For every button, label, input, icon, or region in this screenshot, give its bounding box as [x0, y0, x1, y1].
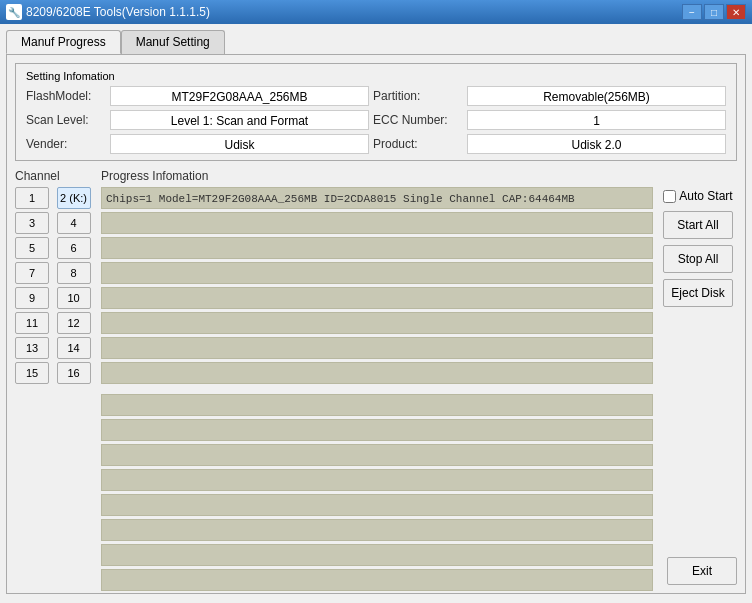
scan-level-value: Level 1: Scan and Format — [110, 110, 369, 130]
progress-row-8 — [101, 362, 653, 384]
exit-button[interactable]: Exit — [667, 557, 737, 585]
progress-panel: Progress Infomation Chips=1 Model=MT29F2… — [101, 169, 653, 559]
progress-row-3 — [101, 237, 653, 259]
channel-label: Channel — [15, 169, 95, 183]
channel-btn-15[interactable]: 15 — [15, 362, 49, 384]
channel-btn-12[interactable]: 12 — [57, 312, 91, 334]
vender-label: Vender: — [26, 137, 106, 151]
progress-row-4 — [101, 262, 653, 284]
flash-model-value: MT29F2G08AAA_256MB — [110, 86, 369, 106]
channel-btn-9[interactable]: 9 — [15, 287, 49, 309]
tab-content: Setting Infomation FlashModel: MT29F2G08… — [6, 54, 746, 594]
maximize-button[interactable]: □ — [704, 4, 724, 20]
progress-row-14 — [101, 519, 653, 541]
progress-row-7 — [101, 337, 653, 359]
channel-btn-16[interactable]: 16 — [57, 362, 91, 384]
progress-row-10 — [101, 419, 653, 441]
auto-start-label: Auto Start — [679, 189, 732, 203]
progress-row-9 — [101, 394, 653, 416]
channel-btn-3[interactable]: 3 — [15, 212, 49, 234]
app-icon: 🔧 — [6, 4, 22, 20]
close-button[interactable]: ✕ — [726, 4, 746, 20]
info-grid: FlashModel: MT29F2G08AAA_256MB Partition… — [26, 86, 726, 154]
eject-disk-button[interactable]: Eject Disk — [663, 279, 733, 307]
progress-row-13 — [101, 494, 653, 516]
product-value: Udisk 2.0 — [467, 134, 726, 154]
tab-manuf-setting[interactable]: Manuf Setting — [121, 30, 225, 54]
stop-all-button[interactable]: Stop All — [663, 245, 733, 273]
partition-label: Partition: — [373, 89, 463, 103]
progress-row-15 — [101, 544, 653, 566]
start-all-button[interactable]: Start All — [663, 211, 733, 239]
channel-btn-14[interactable]: 14 — [57, 337, 91, 359]
ecc-number-label: ECC Number: — [373, 113, 463, 127]
channel-panel: Channel 12 (K:)345678910111213141516 — [15, 169, 95, 559]
progress-label: Progress Infomation — [101, 169, 653, 183]
right-panel: Auto Start Start All Stop All Eject Disk — [659, 169, 737, 559]
progress-row-12 — [101, 469, 653, 491]
progress-row-5 — [101, 287, 653, 309]
channel-btn-8[interactable]: 8 — [57, 262, 91, 284]
progress-row-16 — [101, 569, 653, 591]
title-bar-left: 🔧 8209/6208E Tools(Version 1.1.1.5) — [6, 4, 210, 20]
progress-row-6 — [101, 312, 653, 334]
minimize-button[interactable]: − — [682, 4, 702, 20]
channel-btn-13[interactable]: 13 — [15, 337, 49, 359]
channel-btn-7[interactable]: 7 — [15, 262, 49, 284]
product-label: Product: — [373, 137, 463, 151]
channel-btn-11[interactable]: 11 — [15, 312, 49, 334]
window-title: 8209/6208E Tools(Version 1.1.1.5) — [26, 5, 210, 19]
progress-row-2 — [101, 212, 653, 234]
tab-manuf-progress[interactable]: Manuf Progress — [6, 30, 121, 54]
channel-btn-2[interactable]: 2 (K:) — [57, 187, 91, 209]
window-controls: − □ ✕ — [682, 4, 746, 20]
progress-row-1: Chips=1 Model=MT29F2G08AAA_256MB ID=2CDA… — [101, 187, 653, 209]
channel-btn-6[interactable]: 6 — [57, 237, 91, 259]
channel-buttons: 12 (K:)345678910111213141516 — [15, 187, 95, 384]
bottom-bar: Exit — [667, 557, 737, 585]
tab-bar: Manuf Progress Manuf Setting — [6, 30, 746, 54]
vender-value: Udisk — [110, 134, 369, 154]
partition-value: Removable(256MB) — [467, 86, 726, 106]
setting-info-title: Setting Infomation — [26, 70, 726, 82]
title-bar: 🔧 8209/6208E Tools(Version 1.1.1.5) − □ … — [0, 0, 752, 24]
auto-start-checkbox[interactable] — [663, 190, 676, 203]
auto-start-row: Auto Start — [663, 189, 732, 203]
channel-btn-4[interactable]: 4 — [57, 212, 91, 234]
progress-rows: Chips=1 Model=MT29F2G08AAA_256MB ID=2CDA… — [101, 187, 653, 591]
ecc-number-value: 1 — [467, 110, 726, 130]
channel-btn-10[interactable]: 10 — [57, 287, 91, 309]
flash-model-label: FlashModel: — [26, 89, 106, 103]
channel-btn-1[interactable]: 1 — [15, 187, 49, 209]
scan-level-label: Scan Level: — [26, 113, 106, 127]
content-area: Channel 12 (K:)345678910111213141516 Pro… — [15, 169, 737, 559]
main-window: Manuf Progress Manuf Setting Setting Inf… — [0, 24, 752, 603]
progress-row-11 — [101, 444, 653, 466]
channel-btn-5[interactable]: 5 — [15, 237, 49, 259]
setting-info-group: Setting Infomation FlashModel: MT29F2G08… — [15, 63, 737, 161]
